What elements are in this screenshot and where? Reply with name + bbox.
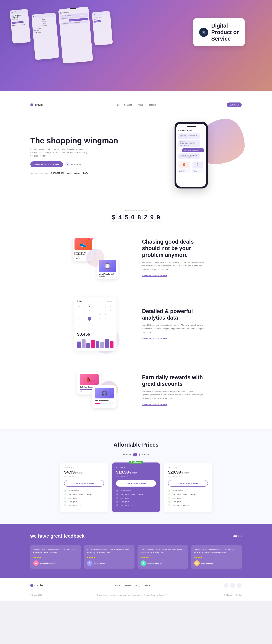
analytics-amount: $3,456 bbox=[77, 332, 114, 337]
testimonial-stars-2: ★★★★★ bbox=[87, 556, 132, 558]
feature-item: ✓ Lorem ipsum lorem bbox=[64, 504, 104, 506]
shoes-image: 👠 bbox=[80, 374, 99, 385]
plan-price-enterprise: $29.99/month* bbox=[168, 470, 208, 474]
check-icon: ✓ bbox=[116, 493, 119, 496]
hero-right-content: Conversation Hey I need. This is awesome… bbox=[140, 122, 242, 188]
feature-rewards-content: Earn daily rewards with great discounts … bbox=[142, 374, 211, 406]
plan-label-enterprise: ENTERPRISE bbox=[168, 467, 208, 468]
feature-item: ✓ Lorem ipsum bbox=[168, 497, 208, 499]
reward-card-headphones: 🎧 Pink Headphones 30% bbox=[92, 386, 117, 408]
logo-icon bbox=[30, 104, 33, 106]
nav-link-feedback[interactable]: Feedback bbox=[148, 104, 156, 106]
analytics-stat-label: Stats bbox=[77, 300, 82, 302]
analytics-period: Last month bbox=[106, 300, 113, 302]
author-avatar-1: A bbox=[33, 560, 39, 566]
calendar-grid: MT WT FS S 12 34 56 7 89 1011 1213 14 bbox=[77, 305, 114, 329]
footer-link-language[interactable]: English bbox=[236, 594, 242, 596]
testimonial-stars-4: ★★★★★ bbox=[194, 556, 239, 558]
footer-nav-pricing[interactable]: Pricing bbox=[135, 584, 140, 586]
plan-cta-individual[interactable]: Start for Free - Today bbox=[64, 480, 104, 486]
testimonial-text-1: This app literally changed my life. It p… bbox=[33, 548, 78, 554]
badge-number: 01 bbox=[199, 28, 208, 37]
footer-logo-text: circular bbox=[34, 584, 43, 587]
feature-analytics-visual: Stats Last month MT WT FS S 12 34 56 7 bbox=[61, 297, 130, 350]
footer-logo-icon bbox=[30, 584, 33, 587]
pricing-toggle: Monthly Annual bbox=[30, 453, 242, 456]
feature-item: ✓ Lorem ipsum should not be nice bbox=[168, 493, 208, 496]
plan-label-individual: INDIVIDUAL bbox=[64, 467, 104, 468]
bar-7 bbox=[105, 339, 109, 348]
dot-3[interactable] bbox=[241, 536, 242, 537]
footer-nav-home[interactable]: Home bbox=[115, 584, 120, 586]
footer-links: Get Premium English bbox=[224, 594, 242, 596]
dot-2[interactable] bbox=[238, 536, 239, 537]
testimonial-text-3: This app literally changed my life. It p… bbox=[140, 548, 185, 554]
hero-cta-secondary[interactable]: ▶ View Demo bbox=[65, 162, 81, 166]
testimonial-author-2: A Adrian Clarke bbox=[87, 560, 132, 566]
toggle-monthly[interactable]: Monthly bbox=[123, 454, 131, 456]
social-facebook[interactable]: f bbox=[224, 583, 229, 588]
feature-deals-content: Chasing good deals should not be your pr… bbox=[142, 238, 211, 277]
pricing-card-individual: INDIVIDUAL $4.99/month* Users per month … bbox=[60, 462, 108, 512]
pricing-section: Affordable Prices Monthly Annual INDIVID… bbox=[0, 430, 272, 524]
feature-deals-desc: We have a unique engine that will help y… bbox=[142, 260, 206, 271]
footer-nav: Home Features Pricing Feedback bbox=[115, 584, 152, 586]
mockup-logo: circular bbox=[30, 104, 43, 106]
conversation-title: Conversation bbox=[178, 129, 204, 132]
plan-cta-enterprise[interactable]: Start for Free - Today bbox=[168, 480, 208, 486]
headphones-progress-container bbox=[95, 403, 114, 404]
mock-screen-2: circular Home Features Pricing Feedback … bbox=[31, 12, 60, 60]
popular-badge: Most Popular bbox=[129, 461, 143, 464]
feature-rewards-cta[interactable]: Download Circular for Free bbox=[142, 404, 167, 406]
dot-1[interactable] bbox=[233, 536, 237, 537]
counter-9a: 9 bbox=[149, 213, 155, 221]
bar-1 bbox=[77, 342, 81, 348]
brand-macys: macys bbox=[74, 172, 80, 174]
footer-link-premium[interactable]: Get Premium bbox=[224, 594, 234, 596]
nav-link-features[interactable]: Features bbox=[124, 104, 132, 106]
plan-cta-startup[interactable]: Start for Free - Today bbox=[116, 480, 156, 486]
footer-nav-feedback[interactable]: Feedback bbox=[144, 584, 152, 586]
bar-5 bbox=[96, 341, 100, 348]
footer-copyright: © Circular 2023 bbox=[30, 594, 42, 596]
nav-link-pricing[interactable]: Pricing bbox=[137, 104, 143, 106]
testimonials-title: we have great feedback bbox=[30, 533, 85, 539]
footer-nav-features[interactable]: Features bbox=[124, 584, 131, 586]
plan-desc-individual: Users per month bbox=[64, 475, 104, 477]
footer-tagline: The most unique chat tool that makes the… bbox=[97, 594, 169, 596]
stats-section: Here's how much you can save $ 4 5 0 8 2… bbox=[30, 204, 242, 228]
hero-badge: 01 DigitalProduct orService bbox=[193, 18, 245, 46]
check-icon: ✓ bbox=[116, 490, 119, 492]
feature-item: ✓ Lorem ipsum bbox=[168, 500, 208, 503]
social-twitter[interactable]: t bbox=[230, 583, 235, 588]
toggle-annual[interactable]: Annual bbox=[142, 454, 149, 456]
nav-cta-button[interactable]: Download bbox=[227, 102, 242, 107]
play-icon: ▶ bbox=[65, 162, 70, 166]
product-card-2-img: 🪑 bbox=[193, 162, 203, 168]
hero-main-title: The shopping wingman bbox=[30, 136, 132, 145]
brand-asos: asos bbox=[67, 172, 71, 174]
social-linkedin[interactable]: in bbox=[237, 583, 242, 588]
hero-cta-primary[interactable]: Download Circular for Free bbox=[30, 162, 63, 167]
feature-item: ✓ Lorem ipsum bbox=[116, 500, 156, 503]
feature-deals-cta[interactable]: Download Circular for Free bbox=[142, 274, 167, 277]
feature-item: ✓ Lorem ipsum should not be nice bbox=[64, 493, 104, 496]
hero-section: circular The shopping wingman Meet the u… bbox=[0, 0, 272, 91]
brands-label: You're in good company bbox=[30, 172, 48, 174]
bar-chart bbox=[77, 338, 114, 348]
bar-8 bbox=[110, 341, 114, 348]
footer-top: circular Home Features Pricing Feedback … bbox=[30, 583, 242, 588]
check-icon: ✓ bbox=[64, 493, 66, 496]
plan-features-individual: ✓ Unlimited chats ✓ Lorem ipsum should n… bbox=[64, 490, 104, 506]
feature-analytics-cta[interactable]: Download Circular for Free bbox=[142, 337, 167, 340]
author-avatar-4: A bbox=[194, 560, 200, 566]
author-name-4: Anne Johnson bbox=[201, 562, 213, 564]
pricing-cards: INDIVIDUAL $4.99/month* Users per month … bbox=[30, 462, 242, 512]
phone-screen: Conversation Hey I need. This is awesome… bbox=[176, 124, 206, 187]
author-name-3: Jonathan Morrison bbox=[147, 562, 162, 564]
headphones-progress-label: 30% bbox=[95, 404, 114, 406]
nav-link-home[interactable]: Home bbox=[114, 104, 119, 106]
testimonial-text-2: This app literally changed my life. It p… bbox=[87, 548, 132, 554]
check-icon: ✓ bbox=[116, 504, 119, 506]
toggle-switch[interactable] bbox=[133, 453, 140, 456]
